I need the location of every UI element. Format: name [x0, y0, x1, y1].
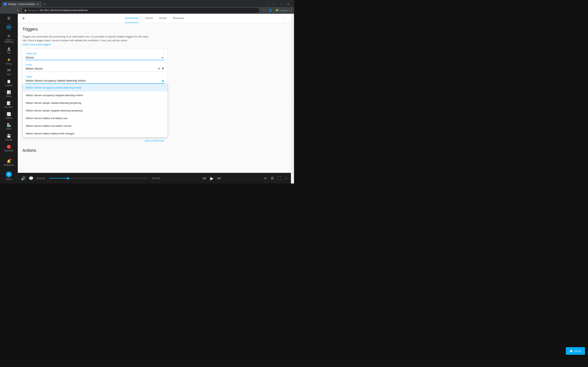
sidebar-item-hacs[interactable]: 🏪 HACS — [0, 121, 17, 132]
sidebar-footer: 🔔 Notifications D Darren — [0, 155, 17, 184]
sidebar-item-user[interactable]: D Darren — [5, 170, 13, 182]
tab-scenes[interactable]: Scenes — [145, 14, 153, 23]
new-tab-button[interactable]: + — [42, 1, 47, 7]
back-button[interactable]: ← — [1, 8, 7, 13]
test-icon: 🔬 — [7, 47, 11, 51]
security-icon: 🔒 — [24, 9, 27, 12]
tab-scripts[interactable]: Scripts — [159, 14, 167, 23]
more-button[interactable]: ⋮ — [287, 8, 293, 13]
trigger-value-text: Motion Sensor occupancy started detectin… — [26, 79, 161, 82]
content-area: Triggers Triggers are what starts the pr… — [18, 23, 291, 173]
energy-icon: ⚡ — [7, 58, 11, 62]
tab-title: Settings – Home Assistant — [8, 3, 35, 6]
add-condition-button[interactable]: ADD CONDITION — [22, 138, 286, 144]
subtitles-icon[interactable]: 💬 — [29, 176, 34, 181]
not-secure-label: Not secure — [28, 9, 38, 11]
browser-tab-active[interactable]: Settings – Home Assistant ✕ — [1, 1, 42, 7]
sidebar-item-influxdb[interactable]: 💾 InfluxDB — [0, 132, 17, 143]
dropdown-item-tamper-started[interactable]: Motion Sensor tamper started detecting t… — [23, 99, 167, 107]
trigger-type-select-wrapper: Device ▼ — [26, 55, 164, 60]
map-icon: 🗺 — [7, 69, 10, 73]
dropdown-item-battery-normal[interactable]: Motion Sensor battery low battery normal — [23, 122, 167, 130]
sidebar-item-energy[interactable]: ⚡ Energy — [0, 56, 17, 67]
device-expand-button[interactable]: ▼ — [161, 67, 164, 71]
app-layout: ☰ HA ⊞ Dwains Dashboard 🔬 Test ⚡ Energy … — [0, 14, 294, 184]
more-options-button[interactable]: ⋮ — [282, 15, 288, 21]
device-label: Device — [26, 63, 164, 66]
forward-button[interactable]: → — [9, 8, 14, 13]
device-value-text: Motion Sensor — [26, 67, 157, 70]
browser-tabs: Settings – Home Assistant ✕ + ⌄ — □ ✕ — [0, 0, 294, 7]
minimize-button[interactable]: — — [272, 1, 277, 7]
sidebar-label-map: Map — [7, 73, 10, 75]
sidebar-label-logbook: Logbook — [5, 84, 12, 86]
sidebar-item-history[interactable]: 📊 History — [0, 88, 17, 99]
bookmark-button[interactable]: ☆ — [261, 8, 267, 13]
actions-title: Actions — [22, 148, 286, 153]
dropdown-item-battery-low[interactable]: Motion Sensor battery low battery low — [23, 115, 167, 122]
screen-icon[interactable]: 🖥 — [270, 176, 274, 180]
sidebar-label-user: Darren — [6, 178, 12, 180]
close-button[interactable]: ✕ — [285, 1, 291, 7]
profile-button[interactable]: 👤 — [268, 8, 273, 13]
sidebar-item-logbook[interactable]: 📋 Logbook — [0, 77, 17, 88]
sidebar-item-file-editor[interactable]: 📝 File editor — [0, 99, 17, 110]
dropdown-item-occupancy-started[interactable]: Motion Sensor occupancy started detectin… — [23, 84, 167, 92]
node-red-icon: 🔴 — [7, 145, 11, 149]
overflow-icon[interactable]: ⋯ — [284, 176, 288, 181]
learn-more-link[interactable]: Learn more about triggers — [22, 43, 51, 46]
sidebar-item-dwains-dashboard[interactable]: ⊞ Dwains Dashboard — [0, 32, 17, 45]
right-panel-toggle[interactable]: › — [291, 14, 294, 184]
time-elapsed: 00:01:18 — [36, 177, 45, 179]
extensions-button[interactable]: 🧩 — [274, 8, 279, 13]
tab-list-button[interactable]: ⌄ — [265, 1, 270, 7]
sidebar-label-file-editor: File editor — [5, 106, 13, 108]
sidebar-item-map[interactable]: 🗺 Map — [0, 67, 17, 77]
dropdown-item-battery-level-changes[interactable]: Motion Sensor battery battery level chan… — [23, 130, 167, 137]
trigger-type-select[interactable]: Device — [26, 55, 164, 60]
device-input-row: Motion Sensor ✕ ▼ — [26, 67, 164, 72]
hamburger-menu-button[interactable]: ☰ — [7, 16, 10, 20]
player-bar: 🔊 💬 00:01:18 00:05:39 ⏮ ▶ ⏭ ✏ 🖥 ⛶ ⋯ — [18, 173, 291, 184]
back-nav-button[interactable] — [21, 15, 27, 21]
history-icon: 📊 — [7, 90, 11, 94]
restore-button[interactable]: □ — [279, 1, 284, 7]
logbook-icon: 📋 — [7, 79, 11, 83]
tab-close-button[interactable]: ✕ — [36, 3, 39, 6]
sidebar-label-energy: Energy — [6, 63, 12, 65]
play-button[interactable]: ▶ — [210, 176, 214, 181]
reload-button[interactable]: ↻ — [15, 8, 21, 13]
sidebar-item-terminal[interactable]: ⬛ Terminal — [0, 154, 17, 155]
address-bar[interactable]: 🔒 Not secure 192.168.1.164:8123/config/a… — [22, 8, 259, 13]
user-avatar: D — [6, 171, 12, 177]
dropdown-item-occupancy-stopped[interactable]: Motion Sensor occupancy stopped detectin… — [23, 92, 167, 99]
device-clear-button[interactable]: ✕ — [157, 67, 160, 71]
influxdb-icon: 💾 — [7, 134, 11, 138]
sidebar-item-grafana[interactable]: 📈 Grafana — [0, 110, 17, 121]
dropdown-item-tamper-stopped[interactable]: Motion Sensor tamper stopped detecting t… — [23, 107, 167, 115]
player-controls: ⏮ ▶ ⏭ — [163, 176, 261, 181]
sidebar-item-test[interactable]: 🔬 Test — [0, 45, 17, 56]
trigger-input-row: Motion Sensor occupancy started detectin… — [26, 79, 164, 84]
volume-icon[interactable]: 🔊 — [21, 176, 26, 181]
sidebar-label-test: Test — [7, 52, 10, 54]
tab-automations[interactable]: Automations — [125, 14, 138, 23]
edit-icon[interactable]: ✏ — [264, 176, 267, 181]
description-text: Triggers are what starts the processing … — [22, 35, 153, 42]
sidebar-label-history: History — [6, 95, 12, 97]
sidebar-label-grafana: Grafana — [5, 117, 12, 119]
trigger-label: Trigger — [26, 75, 164, 78]
sidebar-label-dwains-dashboard: Dwains Dashboard — [1, 39, 17, 43]
player-right-icons: ✏ 🖥 ⛶ ⋯ — [264, 176, 288, 181]
sidebar-nav: ⊞ Dwains Dashboard 🔬 Test ⚡ Energy 🗺 Map… — [0, 32, 17, 155]
progress-bar[interactable] — [49, 178, 147, 179]
page-title: Triggers — [22, 27, 286, 32]
sidebar-item-node-red[interactable]: 🔴 Node-RED — [0, 143, 17, 154]
sidebar-item-notifications[interactable]: 🔔 Notifications — [3, 157, 15, 168]
sidebar-label-hacs: HACS — [6, 128, 11, 130]
skip-back-icon[interactable]: ⏮ — [202, 176, 206, 180]
trigger-expand-button[interactable]: ▲ — [161, 79, 164, 83]
tab-blueprints[interactable]: Blueprints — [173, 14, 184, 23]
fullscreen-icon[interactable]: ⛶ — [277, 176, 281, 180]
skip-forward-icon[interactable]: ⏭ — [217, 176, 221, 180]
